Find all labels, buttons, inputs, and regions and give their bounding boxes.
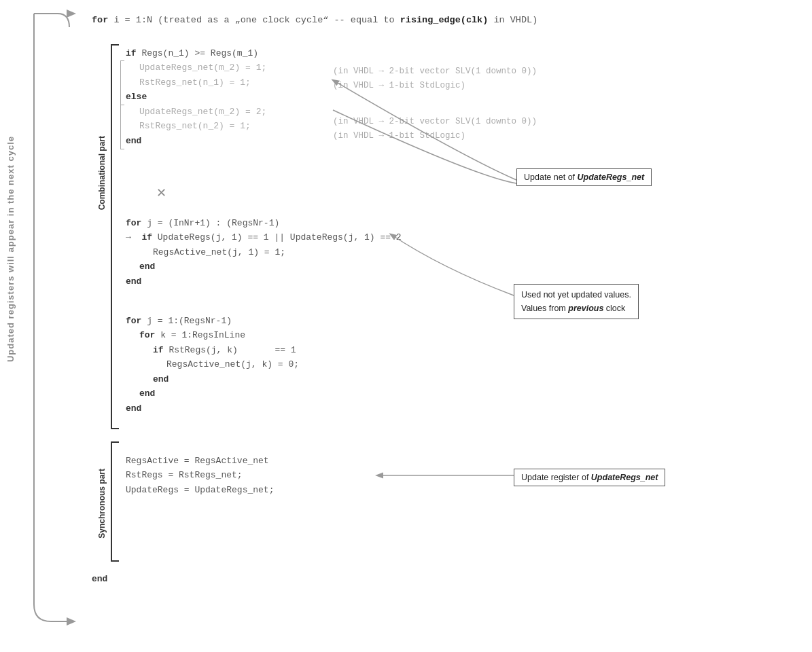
svg-marker-2 <box>67 617 76 626</box>
rising-edge-code: rising_edge(clk) <box>400 15 489 25</box>
annotation-update-reg: Update register of UpdateRegs_net <box>514 469 665 486</box>
annotation-prev-values: Used not yet updated values. Values from… <box>514 284 639 319</box>
cycle-arrow <box>20 7 85 632</box>
combinational-label: Combinational part <box>97 136 107 210</box>
vhdl-comments: (in VHDL → 2-bit vector SLV(1 downto 0))… <box>333 65 537 143</box>
side-label: Updated registers will appear in the nex… <box>5 136 16 362</box>
svg-marker-1 <box>67 10 76 18</box>
for-header: for i = 1:N (treated as a „one clock cyc… <box>92 15 537 25</box>
main-container: Updated registers will appear in the nex… <box>0 0 812 652</box>
comb-bracket-top <box>111 44 119 46</box>
x-mark: ✕ <box>156 185 166 200</box>
annotation-update-net: Update net of UpdateRegs_net <box>516 168 652 186</box>
for-vhdl: in VHDL) <box>493 15 537 25</box>
for-params: i = 1:N (treated as a „one clock cycle“ … <box>113 15 400 25</box>
sync-bracket-top <box>111 441 119 443</box>
code-sync-block: RegsActive = RegsActive_net RstRegs = Rs… <box>126 454 274 497</box>
sync-bracket-bottom <box>111 560 119 562</box>
code-for-j-block1: for j = (InNr+1) : (RegsNr-1) → if Updat… <box>126 216 402 289</box>
end-keyword: end <box>92 574 107 584</box>
comb-bracket-line <box>111 44 112 428</box>
code-if-block: if Regs(n_1) >= Regs(m_1) UpdateRegs_net… <box>126 46 266 148</box>
sync-bracket-line <box>111 441 112 560</box>
code-for-jk-block: for j = 1:(RegsNr-1) for k = 1:RegsInLin… <box>126 314 299 416</box>
for-keyword: for <box>92 15 108 25</box>
synchronous-label: Synchronous part <box>97 469 107 539</box>
comb-bracket-bottom <box>111 428 119 429</box>
